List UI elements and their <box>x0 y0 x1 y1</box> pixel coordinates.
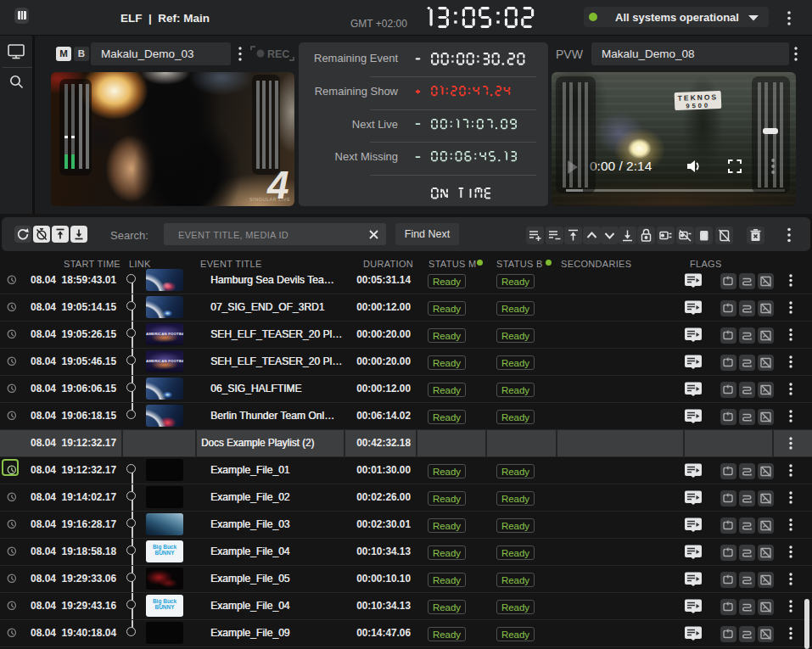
svg-text:S: S <box>702 232 707 240</box>
